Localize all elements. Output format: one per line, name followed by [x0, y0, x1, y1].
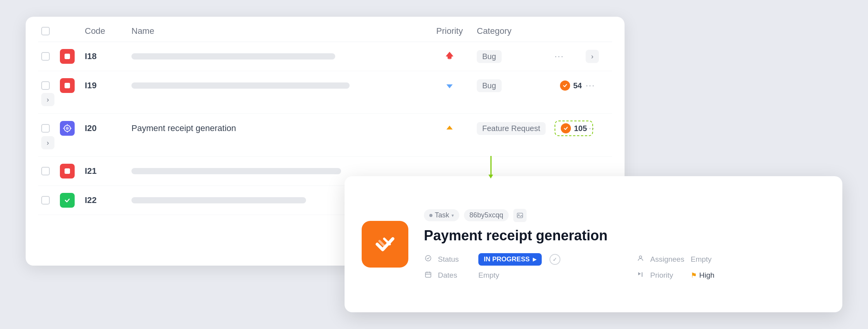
status-button[interactable]: IN PROGRESS ▶ [478, 253, 542, 266]
task-id: 86by5xcqq [469, 211, 503, 219]
table-row: I20 Payment receipt generation Feature R… [38, 114, 612, 157]
dates-field-row: Dates Empty [424, 271, 613, 280]
row-icon [60, 121, 75, 136]
row-category: Bug [477, 50, 502, 63]
row-checkbox[interactable] [41, 52, 50, 61]
row-code: I22 [85, 195, 131, 205]
row-icon [60, 193, 75, 208]
row-checkbox[interactable] [41, 196, 50, 205]
col-name: Name [131, 26, 422, 36]
status-arrow-icon: ▶ [533, 257, 536, 262]
row-icon [60, 49, 75, 64]
priority-value: ⚑ High [691, 271, 714, 280]
row-code: I19 [85, 80, 131, 91]
priority-icon [636, 271, 645, 280]
row-checkbox[interactable] [41, 81, 50, 90]
table-row: I18 Bug ··· › [38, 42, 612, 71]
detail-task-icon [362, 221, 408, 268]
detail-card: Task ▾ 86by5xcqq Payment receipt generat… [345, 176, 842, 312]
col-code: Code [85, 26, 131, 36]
row-category: Bug [477, 79, 502, 92]
row-more-button[interactable]: ··· [586, 123, 609, 133]
row-icon [60, 164, 75, 178]
row-checkbox[interactable] [41, 167, 50, 175]
row-icon [60, 78, 75, 93]
row-expand-button[interactable]: › [41, 93, 54, 106]
row-more-button[interactable]: ··· [555, 51, 586, 61]
svg-rect-4 [65, 168, 70, 174]
priority-label: Priority [650, 271, 685, 280]
status-value: IN PROGRESS [484, 256, 530, 263]
svg-rect-9 [425, 272, 431, 277]
col-priority: Priority [422, 26, 477, 36]
row-priority [422, 123, 477, 133]
priority-field-row: Priority ⚑ High [636, 271, 825, 280]
row-name-bar [131, 168, 341, 174]
detail-content: Task ▾ 86by5xcqq Payment receipt generat… [424, 209, 825, 280]
task-dot [429, 214, 432, 217]
col-category: Category [477, 26, 555, 36]
assignees-field-row: Assignees Empty [636, 253, 825, 266]
dates-value: Empty [478, 271, 499, 280]
svg-point-8 [639, 256, 642, 258]
status-icon [424, 255, 432, 264]
assignees-icon [636, 255, 645, 264]
count-check-icon [560, 80, 570, 91]
row-expand-button[interactable]: › [41, 136, 54, 149]
status-field-row: Status IN PROGRESS ▶ ✓ [424, 253, 613, 266]
svg-point-3 [66, 127, 69, 130]
row-more-button[interactable]: ··· [586, 80, 609, 91]
task-label: Task [435, 211, 449, 219]
select-all-checkbox[interactable] [41, 27, 50, 35]
row-category: Feature Request [477, 122, 546, 135]
row-expand-button[interactable]: › [586, 50, 599, 63]
count-check-icon [561, 123, 571, 133]
detail-title: Payment receipt generation [424, 228, 825, 244]
image-attachment-button[interactable] [513, 209, 527, 222]
table-header: Code Name Priority Category [38, 26, 612, 42]
dates-icon [424, 271, 432, 280]
row-name: Payment receipt generation [131, 123, 422, 133]
row-name-bar [131, 82, 350, 89]
svg-rect-0 [65, 54, 70, 59]
detail-fields: Status IN PROGRESS ▶ ✓ Assignees Empty [424, 253, 825, 280]
row-priority [422, 80, 477, 91]
task-type-pill[interactable]: Task ▾ [424, 209, 459, 221]
svg-rect-10 [642, 272, 642, 277]
connector-arrow [490, 156, 492, 175]
assignees-label: Assignees [650, 255, 685, 264]
table-row: I19 Bug 54 ··· › [38, 71, 612, 114]
row-checkbox[interactable] [41, 124, 50, 133]
detail-topbar: Task ▾ 86by5xcqq [424, 209, 825, 222]
row-count-badge: 54 [555, 79, 587, 93]
row-priority [422, 51, 477, 62]
row-code: I21 [85, 166, 131, 176]
row-name-bar [131, 197, 306, 203]
status-confirm-button[interactable]: ✓ [550, 254, 560, 265]
dates-label: Dates [438, 271, 473, 280]
status-label: Status [438, 255, 473, 264]
assignees-value: Empty [691, 255, 712, 264]
task-chevron-icon: ▾ [452, 213, 454, 218]
row-name-bar [131, 53, 335, 60]
priority-text: High [699, 271, 714, 280]
row-code: I20 [85, 123, 131, 133]
svg-rect-1 [65, 83, 70, 88]
task-id-pill: 86by5xcqq [464, 209, 509, 221]
flag-icon: ⚑ [691, 271, 697, 280]
row-code: I18 [85, 51, 131, 61]
